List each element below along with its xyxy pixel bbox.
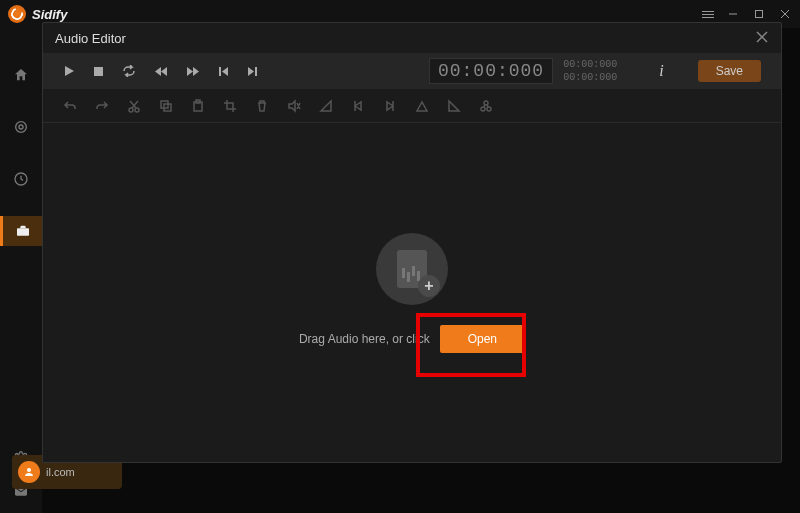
drop-file-icon: + <box>376 233 448 305</box>
sidebar-item-history[interactable] <box>0 164 42 194</box>
drop-text: Drag Audio here, or click <box>299 332 430 346</box>
sidebar-item-tools[interactable] <box>0 216 42 246</box>
svg-marker-13 <box>65 66 74 76</box>
svg-marker-15 <box>155 67 161 76</box>
user-label: il.com <box>46 466 75 478</box>
svg-rect-14 <box>94 67 103 76</box>
svg-rect-19 <box>219 67 221 76</box>
redo-icon[interactable] <box>95 99 109 113</box>
timecode-main: 00:00:000 <box>429 58 553 84</box>
minimize-button[interactable] <box>728 9 740 19</box>
timecode-end: 00:00:000 <box>563 71 617 84</box>
svg-marker-18 <box>193 67 199 76</box>
rewind-icon[interactable] <box>154 66 168 77</box>
delete-icon[interactable] <box>255 99 269 113</box>
svg-rect-7 <box>17 228 29 235</box>
cut-icon[interactable] <box>127 99 141 113</box>
svg-marker-17 <box>187 67 193 76</box>
maximize-button[interactable] <box>754 9 766 19</box>
svg-marker-21 <box>248 67 254 76</box>
audio-editor-modal: Audio Editor 00:00:000 00:00:000 00:00:0… <box>42 22 782 463</box>
modal-title: Audio Editor <box>55 31 126 46</box>
pitch-icon[interactable] <box>415 99 429 113</box>
svg-point-10 <box>27 468 31 472</box>
svg-marker-20 <box>222 67 228 76</box>
drop-area[interactable]: + Drag Audio here, or click Open <box>43 123 781 462</box>
mark-start-icon[interactable] <box>351 99 365 113</box>
sidebar-item-home[interactable] <box>0 60 42 90</box>
svg-rect-1 <box>756 11 763 18</box>
open-button[interactable]: Open <box>440 325 525 353</box>
svg-rect-22 <box>255 67 257 76</box>
svg-point-23 <box>129 108 133 112</box>
menu-icon[interactable] <box>702 11 714 18</box>
fadeout-icon[interactable] <box>447 99 461 113</box>
app-logo <box>8 5 26 23</box>
save-button[interactable]: Save <box>698 60 761 82</box>
sidebar <box>0 28 42 513</box>
prev-icon[interactable] <box>218 66 229 77</box>
crop-icon[interactable] <box>223 99 237 113</box>
next-icon[interactable] <box>247 66 258 77</box>
copy-icon[interactable] <box>159 99 173 113</box>
playback-bar: 00:00:000 00:00:000 00:00:000 i Save <box>43 53 781 89</box>
edit-toolbar <box>43 89 781 123</box>
loop-icon[interactable] <box>122 65 136 77</box>
svg-point-29 <box>481 107 485 111</box>
svg-point-30 <box>487 107 491 111</box>
mark-end-icon[interactable] <box>383 99 397 113</box>
fadein-icon[interactable] <box>319 99 333 113</box>
forward-icon[interactable] <box>186 66 200 77</box>
plus-icon: + <box>418 275 440 297</box>
effects-icon[interactable] <box>479 99 493 113</box>
svg-point-4 <box>16 122 27 133</box>
close-window-button[interactable] <box>780 9 792 19</box>
paste-icon[interactable] <box>191 99 205 113</box>
svg-point-5 <box>19 125 23 129</box>
timecode-start: 00:00:000 <box>563 58 617 71</box>
close-icon[interactable] <box>755 30 769 47</box>
mute-icon[interactable] <box>287 99 301 113</box>
info-icon[interactable]: i <box>659 62 663 80</box>
undo-icon[interactable] <box>63 99 77 113</box>
sidebar-item-target[interactable] <box>0 112 42 142</box>
avatar-icon <box>18 461 40 483</box>
stop-icon[interactable] <box>93 66 104 77</box>
brand-name: Sidify <box>32 7 67 22</box>
play-icon[interactable] <box>63 65 75 77</box>
svg-point-24 <box>135 108 139 112</box>
svg-marker-16 <box>161 67 167 76</box>
